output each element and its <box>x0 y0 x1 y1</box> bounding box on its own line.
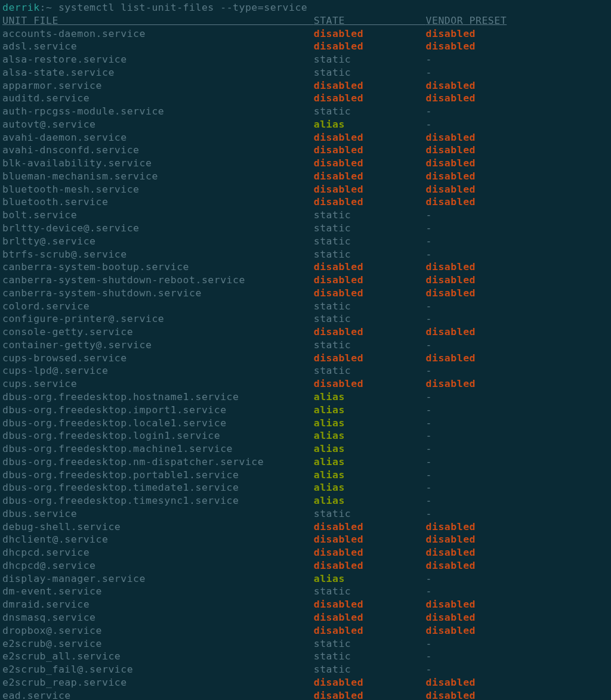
unit-file-cell: bluetooth-mesh.service <box>2 184 314 195</box>
state-cell: disabled <box>314 41 363 52</box>
spacer <box>351 301 425 312</box>
state-cell: disabled <box>314 534 363 545</box>
state-cell: disabled <box>314 612 363 623</box>
vendor-preset-cell: - <box>426 313 432 324</box>
vendor-preset-cell: - <box>426 586 432 597</box>
state-cell: disabled <box>314 92 363 104</box>
state-cell: disabled <box>314 547 363 558</box>
state-cell: alias <box>314 573 345 584</box>
table-row: debug-shell.service disabled disabled <box>2 521 609 534</box>
spacer <box>345 482 426 493</box>
spacer <box>351 54 425 65</box>
unit-file-cell: canberra-system-bootup.service <box>2 261 314 272</box>
spacer <box>351 365 425 376</box>
unit-file-cell: dbus-org.freedesktop.locale1.service <box>2 417 314 429</box>
spacer <box>363 560 425 571</box>
table-row: bluetooth.service disabled disabled <box>2 196 609 209</box>
spacer <box>363 184 425 195</box>
unit-file-cell: e2scrub@.service <box>2 638 314 649</box>
vendor-preset-cell: disabled <box>426 184 476 195</box>
state-cell: static <box>314 365 351 376</box>
spacer <box>363 534 425 545</box>
state-cell: disabled <box>314 261 363 272</box>
vendor-preset-cell: disabled <box>426 144 476 156</box>
unit-file-cell: blk-availability.service <box>2 157 314 169</box>
prompt-path: ~ <box>46 2 52 13</box>
unit-file-cell: accounts-daemon.service <box>2 28 314 39</box>
spacer <box>351 313 425 324</box>
table-row: autovt@.service alias - <box>2 118 609 131</box>
unit-file-cell: configure-printer@.service <box>2 313 314 324</box>
vendor-preset-cell: - <box>426 222 432 234</box>
spacer <box>363 261 425 272</box>
table-row: dhclient@.service disabled disabled <box>2 533 609 546</box>
prompt-separator: : <box>40 2 46 13</box>
unit-file-cell: bolt.service <box>2 209 314 221</box>
unit-file-cell: adsl.service <box>2 41 314 52</box>
vendor-preset-cell: - <box>426 573 432 584</box>
table-row: dbus-org.freedesktop.portable1.service a… <box>2 469 609 482</box>
table-row: dhcpcd@.service disabled disabled <box>2 559 609 572</box>
state-cell: alias <box>314 404 345 416</box>
table-row: dhcpcd.service disabled disabled <box>2 546 609 559</box>
table-row: auth-rpcgss-module.service static - <box>2 105 609 118</box>
unit-file-cell: canberra-system-shutdown-reboot.service <box>2 274 314 286</box>
spacer <box>363 157 425 169</box>
state-cell: static <box>314 106 351 117</box>
vendor-preset-cell: disabled <box>426 534 476 545</box>
state-cell: alias <box>314 119 345 130</box>
header-state: STATE <box>314 15 426 26</box>
table-row: canberra-system-bootup.service disabled … <box>2 261 609 274</box>
table-row: configure-printer@.service static - <box>2 312 609 326</box>
spacer <box>363 132 425 143</box>
unit-file-cell: display-manager.service <box>2 573 314 584</box>
unit-file-cell: alsa-restore.service <box>2 54 314 65</box>
state-cell: static <box>314 209 351 221</box>
unit-file-cell: dm-event.service <box>2 586 314 597</box>
table-row: dbus-org.freedesktop.machine1.service al… <box>2 442 609 456</box>
vendor-preset-cell: disabled <box>426 41 476 52</box>
table-row: colord.service static - <box>2 300 609 313</box>
header-unit-file: UNIT FILE <box>2 15 314 26</box>
unit-file-cell: brltty@.service <box>2 236 314 247</box>
unit-file-cell: e2scrub_fail@.service <box>2 664 314 675</box>
prompt-suffix <box>52 2 58 13</box>
vendor-preset-cell: - <box>426 404 432 416</box>
vendor-preset-cell: disabled <box>426 547 476 558</box>
state-cell: static <box>314 249 351 260</box>
state-cell: alias <box>314 482 345 493</box>
spacer <box>363 92 425 104</box>
vendor-preset-cell: - <box>426 236 432 247</box>
spacer <box>363 28 425 39</box>
table-row: dbus-org.freedesktop.hostname1.service a… <box>2 391 609 404</box>
table-row: avahi-dnsconfd.service disabled disabled <box>2 144 609 157</box>
service-list-table[interactable]: UNIT FILE STATE VENDOR PRESETaccounts-da… <box>2 14 609 700</box>
spacer <box>363 378 425 389</box>
vendor-preset-cell: - <box>426 443 432 454</box>
state-cell: disabled <box>314 157 363 169</box>
unit-file-cell: dropbox@.service <box>2 625 314 636</box>
table-row: display-manager.service alias - <box>2 572 609 586</box>
unit-file-cell: bluetooth.service <box>2 196 314 207</box>
state-cell: alias <box>314 495 345 506</box>
table-row: brltty-device@.service static - <box>2 222 609 235</box>
table-row: dbus.service static - <box>2 507 609 521</box>
unit-file-cell: apparmor.service <box>2 80 314 91</box>
vendor-preset-cell: disabled <box>426 625 476 636</box>
table-row: e2scrub_fail@.service static - <box>2 663 609 676</box>
table-row: dmraid.service disabled disabled <box>2 598 609 611</box>
spacer <box>345 119 426 130</box>
spacer <box>363 274 425 286</box>
vendor-preset-cell: - <box>426 417 432 429</box>
vendor-preset-cell: disabled <box>426 157 476 169</box>
vendor-preset-cell: - <box>426 469 432 481</box>
unit-file-cell: cups.service <box>2 378 314 389</box>
state-cell: static <box>314 222 351 234</box>
spacer <box>363 625 425 636</box>
unit-file-cell: dhcpcd@.service <box>2 560 314 571</box>
header-vendor-preset: VENDOR PRESET <box>426 15 507 26</box>
spacer <box>345 573 426 584</box>
table-row: dm-event.service static - <box>2 585 609 598</box>
table-row: brltty@.service static - <box>2 235 609 248</box>
spacer <box>363 171 425 182</box>
